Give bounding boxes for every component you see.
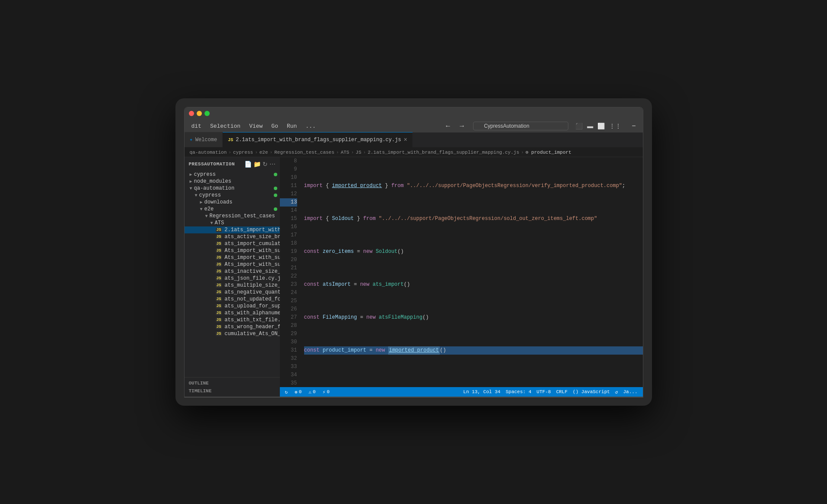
js-icon: JS xyxy=(216,318,222,322)
sidebar-item-ats-supplier-3[interactable]: JS Ats_import_with_supplier_ma... xyxy=(185,261,280,268)
status-right: Ln 13, Col 34 Spaces: 4 UTF-8 CRLF () Ja… xyxy=(461,389,639,395)
js-icon: JS xyxy=(216,242,222,246)
tab-close-button[interactable]: × xyxy=(404,136,407,143)
error-count: 0 xyxy=(299,389,302,394)
sidebar-item-ats-supplier-1[interactable]: JS Ats_import_with_supplier_ma... xyxy=(185,247,280,254)
status-bar: ↻ ⊗ 0 ⚠ 0 ⚡ 0 xyxy=(280,387,643,397)
status-badge xyxy=(274,207,277,211)
breadcrumb-qa-automation[interactable]: qa-automation xyxy=(190,150,227,155)
collapse-button[interactable]: ⋯ xyxy=(269,161,276,168)
sidebar-item-ats-txt[interactable]: JS ats_with_txt_file.cy.js xyxy=(185,317,280,323)
op xyxy=(320,281,323,289)
breadcrumb-e2e[interactable]: e2e xyxy=(259,150,268,155)
keyword-new: new xyxy=(363,248,373,256)
close-dot[interactable] xyxy=(189,111,194,116)
sidebar-item-cypress[interactable]: ▼ cypress xyxy=(185,192,280,199)
breadcrumb-symbol[interactable]: ⊙ product_import xyxy=(525,149,571,155)
code-content[interactable]: import { imported_product } from "../../… xyxy=(301,157,643,387)
var-filemapping: FileMapping xyxy=(323,313,357,322)
sidebar-item-file-active[interactable]: JS 2.1ats_import_with_brand_fla... xyxy=(185,226,280,233)
status-encoding[interactable]: UTF-8 xyxy=(535,389,553,394)
layout-btn-4[interactable]: ⋮⋮ xyxy=(607,122,623,130)
status-extra[interactable]: ↺ xyxy=(613,389,620,395)
sidebar-item-ats-supplier-2[interactable]: JS Ats_import_with_supplier_ma... xyxy=(185,254,280,261)
new-file-button[interactable]: 📄 xyxy=(244,161,252,168)
status-ja[interactable]: Ja... xyxy=(621,389,639,394)
menu-run[interactable]: Run xyxy=(283,122,300,130)
status-info[interactable]: ⚡ 0 xyxy=(321,389,331,395)
tab-bar: ✦ Welcome JS 2.1ats_import_with_brand_fl… xyxy=(185,132,643,148)
sidebar-item-node-modules[interactable]: ▶ node_modules xyxy=(185,178,280,185)
status-language[interactable]: () JavaScript xyxy=(571,389,612,394)
timeline-item[interactable]: TIMELINE xyxy=(189,387,276,395)
sidebar-item-ats-multiple[interactable]: JS ats_multiple_size_breaks_with... xyxy=(185,282,280,289)
breadcrumb-js[interactable]: JS xyxy=(356,150,361,155)
layout-btn-1[interactable]: ⬛ xyxy=(574,122,584,130)
js-icon: JS xyxy=(216,311,222,315)
layout-btn-2[interactable]: ▬ xyxy=(585,122,595,130)
op: = xyxy=(366,346,376,355)
js-icon: JS xyxy=(216,262,222,267)
sync-icon: ↻ xyxy=(285,389,288,395)
search-input[interactable] xyxy=(473,122,568,130)
breadcrumb-regression[interactable]: Regression_test_cases xyxy=(274,150,334,155)
tab-active-label: 2.1ats_import_with_brand_flags_supplier_… xyxy=(236,137,401,143)
status-spaces[interactable]: Spaces: 4 xyxy=(504,389,533,394)
sidebar-item-ats-not-updated[interactable]: JS ats_not_updated_for_inactive_... xyxy=(185,296,280,303)
tab-active-file[interactable]: JS 2.1ats_import_with_brand_flags_suppli… xyxy=(223,132,413,147)
refresh-button[interactable]: ↻ xyxy=(263,161,268,168)
sidebar-item-ats-negative[interactable]: JS ats_negative_quantity.cy.js xyxy=(185,289,280,296)
status-eol[interactable]: CRLF xyxy=(555,389,569,394)
status-sync[interactable]: ↻ xyxy=(283,389,290,395)
keyword: const xyxy=(304,248,320,256)
sidebar-item-ats-json[interactable]: JS ats_json_file.cy.js xyxy=(185,275,280,282)
sidebar-item-regression[interactable]: ▼ Regression_test_cases xyxy=(185,213,280,220)
sidebar-item-cypress-root[interactable]: ▶ cypress xyxy=(185,171,280,178)
nav-back-button[interactable]: ← xyxy=(442,121,454,131)
sidebar-item-ats-cumulative[interactable]: JS ats_import_cumulative_post_c... xyxy=(185,240,280,247)
minimize-dot[interactable] xyxy=(197,111,202,116)
layout-btn-3[interactable]: ⬜ xyxy=(596,122,606,130)
sidebar-item-e2e[interactable]: ▼ e2e xyxy=(185,206,280,213)
sidebar-item-ats[interactable]: ▼ ATS xyxy=(185,220,280,226)
sidebar-file-label: ats_with_alphanumeric.cy.js xyxy=(224,310,279,316)
sidebar-item-ats-inactive[interactable]: JS ats_inactive_size_break.cy.js xyxy=(185,268,280,275)
string: "../../../support/PageObjectsRegression/… xyxy=(376,215,597,223)
status-position[interactable]: Ln 13, Col 34 xyxy=(461,389,502,394)
sidebar-item-cumulative-ats[interactable]: JS cumulative_Ats_ON_Post_cum... xyxy=(185,330,280,337)
sidebar-item-ats-alpha[interactable]: JS ats_with_alphanumeric.cy.js xyxy=(185,310,280,317)
menu-view[interactable]: View xyxy=(246,122,266,130)
warning-icon: ⚠ xyxy=(308,389,311,395)
op: () xyxy=(440,346,446,355)
menu-selection[interactable]: Selection xyxy=(207,122,244,130)
status-warnings[interactable]: ⚠ 0 xyxy=(307,389,317,395)
op: = xyxy=(351,281,360,289)
sidebar-folder-label: e2e xyxy=(204,206,214,212)
nav-forward-button[interactable]: → xyxy=(456,121,468,131)
var-zero-items: zero_items xyxy=(323,248,354,256)
code-line-8: import { imported_product } from "../../… xyxy=(304,182,643,190)
window-minimize-button[interactable]: − xyxy=(628,121,639,131)
menu-more[interactable]: ... xyxy=(302,122,319,130)
menu-dit[interactable]: dit xyxy=(188,122,205,130)
outline-item[interactable]: OUTLINE xyxy=(189,379,276,387)
breadcrumb-filename[interactable]: 2.1ats_import_with_brand_flags_supplier_… xyxy=(368,150,519,155)
status-errors[interactable]: ⊗ 0 xyxy=(293,389,303,395)
sidebar-header: PRESSAUTOMATION 📄 📁 ↻ ⋯ xyxy=(185,157,280,171)
maximize-dot[interactable] xyxy=(204,111,210,116)
tab-welcome[interactable]: ✦ Welcome xyxy=(185,132,223,147)
folder-arrow-icon: ▼ xyxy=(205,214,208,219)
main-area: PRESSAUTOMATION 📄 📁 ↻ ⋯ ▶ cypress xyxy=(185,157,643,397)
sidebar-item-downloads[interactable]: ▶ downloads xyxy=(185,199,280,206)
sidebar-actions: 📄 📁 ↻ ⋯ xyxy=(244,161,276,168)
keyword: const xyxy=(304,281,320,289)
breadcrumb-ats[interactable]: ATS xyxy=(341,150,349,155)
new-folder-button[interactable]: 📁 xyxy=(253,161,261,168)
sidebar-item-qa-automation[interactable]: ▼ qa-automation xyxy=(185,185,280,192)
sidebar-file-label: Ats_import_with_supplier_ma... xyxy=(224,248,279,254)
sidebar-item-ats-active-size[interactable]: JS ats_active_size_break.cy.js xyxy=(185,233,280,240)
sidebar-item-ats-wrong-header[interactable]: JS ats_wrong_header_format.cy.js xyxy=(185,323,280,330)
breadcrumb-cypress[interactable]: cypress xyxy=(233,150,253,155)
menu-go[interactable]: Go xyxy=(268,122,282,130)
sidebar-item-ats-upload[interactable]: JS ats_upload_for_supplier.cy.js xyxy=(185,303,280,310)
